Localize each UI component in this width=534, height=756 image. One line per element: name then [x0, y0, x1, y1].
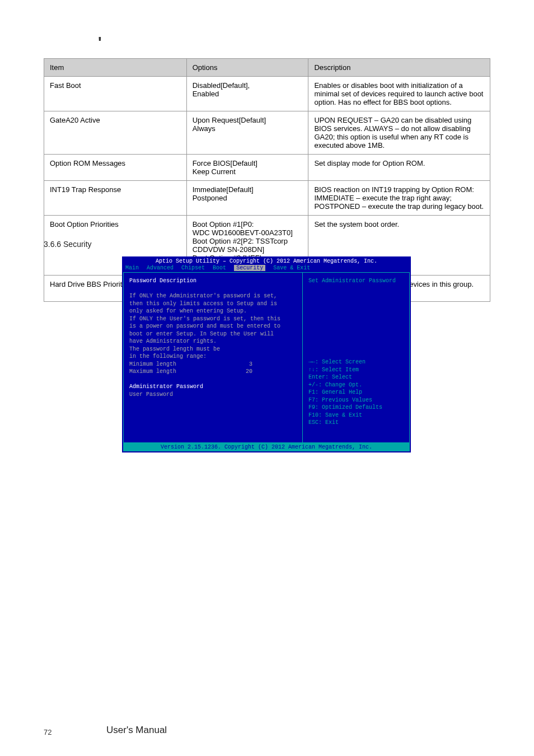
cell-item: GateA20 Active: [44, 111, 187, 155]
table-row: Fast Boot Disabled[Default], Enabled Ena…: [44, 77, 490, 111]
bios-menu-bar: Main Advanced Chipset Boot Security Save…: [123, 265, 410, 272]
password-desc-body: If ONLY the Administrator's password is …: [129, 292, 297, 361]
cell-desc: BIOS reaction on INT19 trapping by Optio…: [308, 181, 490, 216]
header-text: ': [98, 34, 102, 51]
max-length-row: Maximum length 20: [129, 368, 252, 376]
max-length-label: Maximum length: [129, 368, 176, 376]
bios-screenshot: Aptio Setup Utility – Copyright (C) 2012…: [122, 256, 411, 452]
cell-desc: Set display mode for Option ROM.: [308, 155, 490, 181]
page-number: 72: [44, 728, 51, 736]
help-top: Set Administrator Password: [308, 277, 404, 358]
cell-item: INT19 Trap Response: [44, 181, 187, 216]
cell-options: Upon Request[Default] Always: [186, 111, 308, 155]
min-length-row: Minimum length 3: [129, 361, 252, 368]
admin-password-item[interactable]: Administrator Password: [129, 383, 297, 391]
menu-save-exit[interactable]: Save & Exit: [273, 265, 310, 271]
min-length-label: Minimum length: [129, 361, 176, 368]
bios-body: Password Description If ONLY the Adminis…: [123, 272, 410, 443]
menu-security[interactable]: Security: [234, 265, 265, 271]
cell-item: Option ROM Messages: [44, 155, 187, 181]
max-length-val: 20: [246, 368, 252, 376]
help-bottom: →←: Select Screen ↑↓: Select Item Enter:…: [308, 358, 404, 427]
table-row: GateA20 Active Upon Request[Default] Alw…: [44, 111, 490, 155]
menu-chipset[interactable]: Chipset: [181, 265, 205, 271]
min-length-val: 3: [249, 361, 252, 368]
bios-title: Aptio Setup Utility – Copyright (C) 2012…: [123, 258, 410, 265]
manual-label: User's Manual: [106, 725, 167, 736]
table-header-row: Item Options Description: [44, 59, 490, 77]
header-options: Options: [186, 59, 308, 77]
bios-right-panel: Set Administrator Password →←: Select Sc…: [302, 272, 410, 443]
table-row: Option ROM Messages Force BIOS[Default] …: [44, 155, 490, 181]
user-password-item[interactable]: User Password: [129, 391, 297, 399]
cell-options: Immediate[Default] Postponed: [186, 181, 308, 216]
header-item: Item: [44, 59, 187, 77]
menu-boot[interactable]: Boot: [213, 265, 226, 271]
cell-desc: UPON REQUEST – GA20 can be disabled usin…: [308, 111, 490, 155]
header-description: Description: [308, 59, 490, 77]
menu-advanced[interactable]: Advanced: [147, 265, 174, 271]
bios-left-panel: Password Description If ONLY the Adminis…: [123, 272, 302, 443]
table-row: INT19 Trap Response Immediate[Default] P…: [44, 181, 490, 216]
password-desc-heading: Password Description: [129, 277, 297, 285]
cell-desc: Enables or disables boot with initializa…: [308, 77, 490, 111]
section-heading: 3.6.6 Security: [44, 240, 92, 249]
cell-options: Disabled[Default], Enabled: [186, 77, 308, 111]
cell-options: Force BIOS[Default] Keep Current: [186, 155, 308, 181]
cell-item: Fast Boot: [44, 77, 187, 111]
product-header: ': [98, 34, 199, 52]
bios-footer: Version 2.15.1236. Copyright (C) 2012 Am…: [123, 443, 410, 451]
menu-main[interactable]: Main: [125, 265, 139, 271]
